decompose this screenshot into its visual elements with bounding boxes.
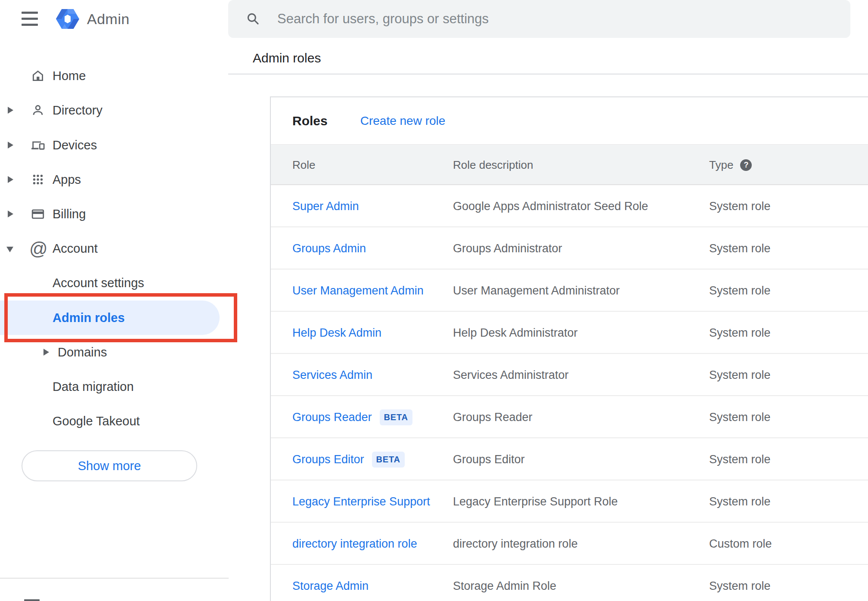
role-description: directory integration role bbox=[453, 523, 578, 565]
role-description: Legacy Enterprise Support Role bbox=[453, 480, 618, 523]
role-link[interactable]: Storage Admin bbox=[292, 579, 369, 593]
sidebar-item-label: Data migration bbox=[53, 369, 134, 404]
role-description: Google Apps Administrator Seed Role bbox=[453, 185, 648, 227]
role-description: Groups Administrator bbox=[453, 227, 562, 270]
breadcrumb: Admin roles bbox=[253, 51, 321, 65]
column-header-type: Type ? bbox=[709, 145, 752, 186]
sidebar-item-directory[interactable]: Directory bbox=[0, 93, 229, 127]
sidebar-item-home[interactable]: Home bbox=[0, 59, 229, 93]
role-cell: directory integration role bbox=[292, 523, 417, 565]
role-type: Custom role bbox=[709, 523, 772, 565]
sidebar-item-domains[interactable]: Domains bbox=[0, 335, 229, 369]
role-type: System role bbox=[709, 480, 771, 523]
role-cell: Legacy Enterprise Support bbox=[292, 480, 430, 523]
table-row: directory integration role directory int… bbox=[271, 523, 868, 565]
role-type: System role bbox=[709, 312, 771, 354]
sidebar-item-label: Devices bbox=[53, 128, 97, 162]
column-header-description: Role description bbox=[453, 145, 533, 186]
role-cell: Help Desk Admin bbox=[292, 312, 381, 354]
role-cell: User Management Admin bbox=[292, 270, 424, 312]
table-header-row: Role Role description Type ? bbox=[271, 144, 868, 185]
expand-right-icon[interactable] bbox=[8, 142, 13, 149]
search-icon bbox=[245, 11, 260, 26]
expand-right-icon[interactable] bbox=[43, 349, 49, 356]
card-title: Roles bbox=[292, 114, 328, 128]
card-icon bbox=[31, 207, 45, 221]
role-link[interactable]: Services Admin bbox=[292, 369, 372, 382]
beta-badge: BETA bbox=[380, 409, 412, 425]
expand-right-icon[interactable] bbox=[8, 176, 13, 183]
role-link[interactable]: Groups Reader bbox=[292, 411, 372, 424]
role-link[interactable]: Groups Editor bbox=[292, 453, 364, 466]
table-row: Groups Editor BETA Groups Editor System … bbox=[271, 438, 868, 480]
app-title: Admin bbox=[87, 0, 130, 38]
role-type: System role bbox=[709, 185, 771, 227]
apps-grid-icon bbox=[31, 172, 45, 187]
create-new-role-link[interactable]: Create new role bbox=[360, 114, 446, 128]
role-description: User Management Administrator bbox=[453, 270, 620, 312]
sidebar-item-label: Google Takeout bbox=[53, 404, 140, 438]
role-link[interactable]: directory integration role bbox=[292, 537, 417, 551]
home-icon bbox=[31, 68, 45, 83]
show-more-button[interactable]: Show more bbox=[22, 450, 197, 481]
person-icon bbox=[31, 103, 45, 118]
expand-down-icon[interactable] bbox=[6, 247, 13, 252]
table-row: Help Desk Admin Help Desk Administrator … bbox=[271, 312, 868, 354]
sidebar-item-account[interactable]: @ Account bbox=[0, 231, 229, 266]
role-link[interactable]: Groups Admin bbox=[292, 242, 366, 255]
roles-card-header: Roles Create new role bbox=[271, 97, 868, 144]
role-cell: Groups Reader BETA bbox=[292, 396, 412, 438]
sidebar-item-label: Account bbox=[53, 231, 98, 266]
role-type: System role bbox=[709, 354, 771, 396]
role-link[interactable]: Super Admin bbox=[292, 200, 359, 213]
role-type: System role bbox=[709, 565, 771, 601]
role-description: Groups Reader bbox=[453, 396, 533, 438]
help-icon[interactable]: ? bbox=[740, 159, 752, 171]
sidebar-item-google-takeout[interactable]: Google Takeout bbox=[0, 404, 229, 438]
roles-table-body: Super Admin Google Apps Administrator Se… bbox=[271, 185, 868, 601]
role-type: System role bbox=[709, 396, 771, 438]
at-icon: @ bbox=[29, 239, 48, 259]
sidebar-bottom-divider bbox=[0, 578, 229, 579]
role-type: System role bbox=[709, 227, 771, 270]
sidebar-item-label: Apps bbox=[53, 162, 81, 197]
table-row: Super Admin Google Apps Administrator Se… bbox=[271, 185, 868, 227]
table-row: Services Admin Services Administrator Sy… bbox=[271, 354, 868, 396]
beta-badge: BETA bbox=[372, 452, 405, 468]
search-input[interactable] bbox=[277, 0, 837, 38]
column-header-type-label: Type bbox=[709, 158, 733, 172]
sidebar-item-data-migration[interactable]: Data migration bbox=[0, 369, 229, 404]
admin-logo-icon bbox=[55, 6, 81, 32]
role-description: Services Administrator bbox=[453, 354, 569, 396]
table-row: Legacy Enterprise Support Legacy Enterpr… bbox=[271, 480, 868, 523]
sidebar-item-label: Account settings bbox=[53, 266, 144, 300]
role-link[interactable]: Legacy Enterprise Support bbox=[292, 495, 430, 508]
sidebar-item-label: Billing bbox=[53, 197, 86, 231]
roles-card: Roles Create new role Role Role descript… bbox=[270, 96, 868, 601]
table-row: Groups Reader BETA Groups Reader System … bbox=[271, 396, 868, 438]
expand-right-icon[interactable] bbox=[8, 211, 13, 217]
sidebar-item-label: Admin roles bbox=[53, 300, 125, 335]
role-link[interactable]: User Management Admin bbox=[292, 284, 424, 297]
sidebar-item-billing[interactable]: Billing bbox=[0, 197, 229, 231]
role-cell: Storage Admin bbox=[292, 565, 369, 601]
role-description: Help Desk Administrator bbox=[453, 312, 578, 354]
role-type: System role bbox=[709, 438, 771, 480]
role-description: Groups Editor bbox=[453, 438, 525, 480]
sidebar: Admin Home Directory bbox=[0, 0, 229, 601]
hamburger-menu-icon[interactable] bbox=[22, 12, 38, 26]
column-header-role: Role bbox=[292, 145, 315, 186]
sidebar-item-admin-roles[interactable]: Admin roles bbox=[0, 300, 229, 335]
sidebar-item-label: Directory bbox=[53, 93, 102, 127]
table-row: Storage Admin Storage Admin Role System … bbox=[271, 565, 868, 601]
role-type: System role bbox=[709, 270, 771, 312]
sidebar-item-account-settings[interactable]: Account settings bbox=[0, 266, 229, 300]
search-bar[interactable] bbox=[228, 0, 850, 38]
sidebar-item-label: Domains bbox=[58, 335, 107, 369]
cutoff-icon bbox=[24, 599, 40, 601]
expand-right-icon[interactable] bbox=[8, 107, 13, 114]
sidebar-item-devices[interactable]: Devices bbox=[0, 128, 229, 162]
sidebar-item-apps[interactable]: Apps bbox=[0, 162, 229, 197]
role-link[interactable]: Help Desk Admin bbox=[292, 326, 381, 340]
role-cell: Services Admin bbox=[292, 354, 372, 396]
